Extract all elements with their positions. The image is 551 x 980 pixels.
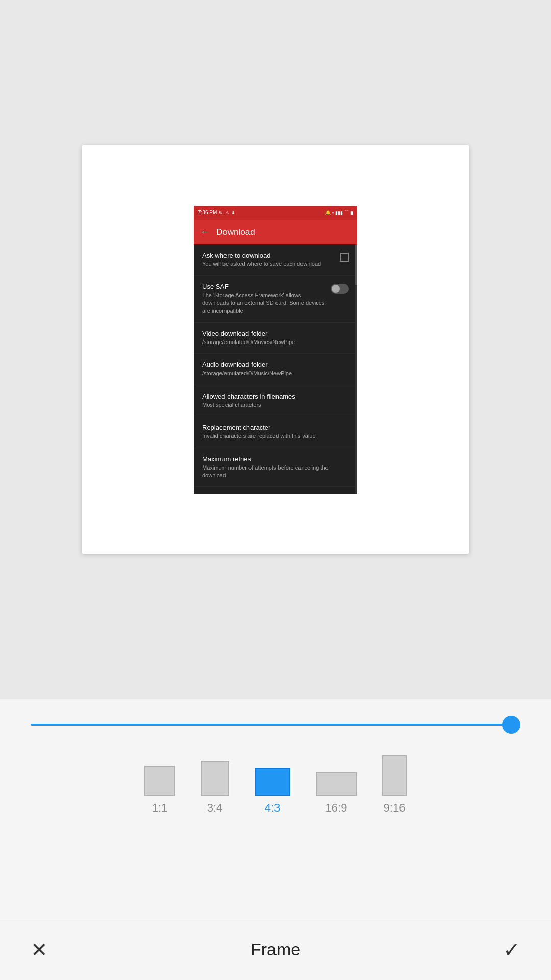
setting-video-folder[interactable]: Video download folder /storage/emulated/… <box>194 323 357 354</box>
setting-replacement-char[interactable]: Replacement character Invalid characters… <box>194 416 357 448</box>
setting-max-retries[interactable]: Maximum retries Maximum number of attemp… <box>194 448 357 487</box>
setting-video-folder-subtitle: /storage/emulated/0/Movies/NewPipe <box>202 338 349 346</box>
confirm-button[interactable]: ✓ <box>503 938 520 962</box>
ratio-box-16-9 <box>316 772 357 796</box>
setting-audio-folder-subtitle: /storage/emulated/0/Music/NewPipe <box>202 370 349 377</box>
status-bar-left: 7:36 PM ↻ ⚠ ⬇ <box>198 210 235 215</box>
scrollbar <box>355 244 357 285</box>
ask-where-checkbox[interactable] <box>340 253 349 262</box>
setting-allowed-chars-subtitle: Most special characters <box>202 401 349 409</box>
slider-container[interactable] <box>31 715 520 735</box>
notif-icon: 🔔 <box>325 210 331 215</box>
setting-allowed-chars[interactable]: Allowed characters in filenames Most spe… <box>194 385 357 416</box>
ratio-label-9-16: 9:16 <box>384 801 406 815</box>
sd-icon: ▪ <box>332 210 334 215</box>
slider-thumb[interactable] <box>502 716 520 734</box>
ratio-option-1-1[interactable]: 1:1 <box>144 766 175 815</box>
ratio-option-4-3[interactable]: 4:3 <box>255 768 290 815</box>
battery-icon: ▮ <box>350 210 353 215</box>
status-time: 7:36 PM <box>198 210 217 215</box>
setting-ask-where-subtitle: You will be asked where to save each dow… <box>202 260 336 268</box>
setting-replacement-char-subtitle: Invalid characters are replaced with thi… <box>202 432 349 440</box>
toggle-thumb <box>332 285 340 293</box>
ratio-option-16-9[interactable]: 16:9 <box>316 772 357 815</box>
ratio-option-3-4[interactable]: 3:4 <box>201 761 229 815</box>
refresh-icon: ↻ <box>219 210 223 215</box>
app-bar: ← Download <box>194 220 357 244</box>
setting-audio-folder[interactable]: Audio download folder /storage/emulated/… <box>194 354 357 385</box>
action-title: Frame <box>251 940 300 960</box>
use-saf-toggle[interactable] <box>331 284 349 294</box>
action-bar: ✕ Frame ✓ <box>0 919 551 980</box>
setting-max-retries-title: Maximum retries <box>202 455 349 463</box>
ratio-label-4-3: 4:3 <box>265 801 281 815</box>
setting-ask-where[interactable]: Ask where to download You will be asked … <box>194 244 357 276</box>
screenshot-frame: 7:36 PM ↻ ⚠ ⬇ 🔔 ▪ ▮▮▮ ⌒ ▮ ← Download <box>82 145 469 554</box>
phone-screen: 7:36 PM ↻ ⚠ ⬇ 🔔 ▪ ▮▮▮ ⌒ ▮ ← Download <box>194 206 357 494</box>
wifi-icon: ⌒ <box>344 209 349 216</box>
signal-icon: ▮▮▮ <box>335 210 343 215</box>
setting-audio-folder-title: Audio download folder <box>202 361 349 369</box>
unknown-icon: ⬇ <box>231 210 235 215</box>
ratio-label-1-1: 1:1 <box>152 801 168 815</box>
setting-max-retries-subtitle: Maximum number of attempts before cancel… <box>202 464 349 480</box>
canvas-area: 7:36 PM ↻ ⚠ ⬇ 🔔 ▪ ▮▮▮ ⌒ ▮ ← Download <box>0 0 551 699</box>
status-bar: 7:36 PM ↻ ⚠ ⬇ 🔔 ▪ ▮▮▮ ⌒ ▮ <box>194 206 357 220</box>
setting-ask-where-title: Ask where to download <box>202 252 336 259</box>
ratio-box-9-16 <box>382 755 407 796</box>
warning-icon: ⚠ <box>225 210 229 215</box>
setting-use-saf-title: Use SAF <box>202 283 327 290</box>
ratio-box-4-3 <box>255 768 290 796</box>
setting-use-saf-subtitle: The 'Storage Access Framework' allows do… <box>202 291 327 315</box>
ratio-box-1-1 <box>144 766 175 796</box>
ratio-box-3-4 <box>201 761 229 796</box>
ratio-label-3-4: 3:4 <box>207 801 223 815</box>
ratio-option-9-16[interactable]: 9:16 <box>382 755 407 815</box>
setting-use-saf[interactable]: Use SAF The 'Storage Access Framework' a… <box>194 276 357 323</box>
back-button[interactable]: ← <box>200 227 209 237</box>
setting-replacement-char-title: Replacement character <box>202 424 349 431</box>
status-bar-right: 🔔 ▪ ▮▮▮ ⌒ ▮ <box>325 209 353 216</box>
cancel-button[interactable]: ✕ <box>31 938 48 962</box>
slider-track[interactable] <box>31 724 520 726</box>
setting-video-folder-title: Video download folder <box>202 330 349 337</box>
settings-list: Ask where to download You will be asked … <box>194 244 357 494</box>
ratio-label-16-9: 16:9 <box>325 801 347 815</box>
setting-allowed-chars-title: Allowed characters in filenames <box>202 393 349 400</box>
app-bar-title: Download <box>216 227 255 237</box>
aspect-ratio-bar: 1:1 3:4 4:3 16:9 9:16 <box>144 755 407 815</box>
